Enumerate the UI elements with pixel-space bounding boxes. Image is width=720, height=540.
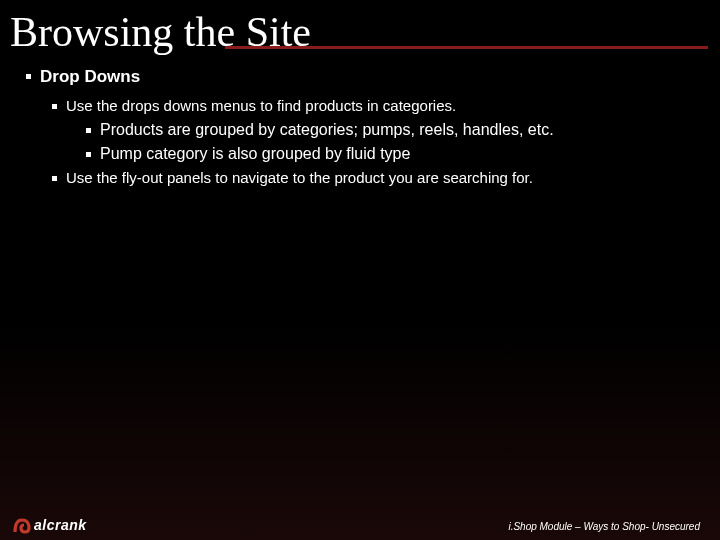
bullet-sublist: Products are grouped by categories; pump… xyxy=(66,121,660,163)
bullet-lvl1: Drop Downs Use the drops downs menus to … xyxy=(22,67,690,187)
bullet-lvl2: Use the drops downs menus to find produc… xyxy=(48,97,660,163)
slide-title: Browsing the Site xyxy=(0,0,720,64)
bullet-lvl3: Pump category is also grouped by fluid t… xyxy=(82,145,630,163)
bullet-text: Products are grouped by categories; pump… xyxy=(100,121,554,138)
bullet-sublist: Use the drops downs menus to find produc… xyxy=(40,97,690,187)
bullet-list: Drop Downs Use the drops downs menus to … xyxy=(0,67,720,187)
footer-text: i.Shop Module – Ways to Shop- Unsecured xyxy=(508,521,700,532)
brand-text: alcrank xyxy=(34,517,87,533)
bullet-text: Use the drops downs menus to find produc… xyxy=(66,97,456,114)
slide: Browsing the Site Drop Downs Use the dro… xyxy=(0,0,720,540)
bullet-heading: Drop Downs xyxy=(40,67,140,86)
bullet-text: Use the fly-out panels to navigate to th… xyxy=(66,169,533,186)
bullet-text: Pump category is also grouped by fluid t… xyxy=(100,145,410,162)
brand-mark-icon xyxy=(12,516,32,534)
bullet-lvl3: Products are grouped by categories; pump… xyxy=(82,121,630,139)
bullet-lvl2: Use the fly-out panels to navigate to th… xyxy=(48,169,660,187)
brand-logo: alcrank xyxy=(12,516,87,534)
